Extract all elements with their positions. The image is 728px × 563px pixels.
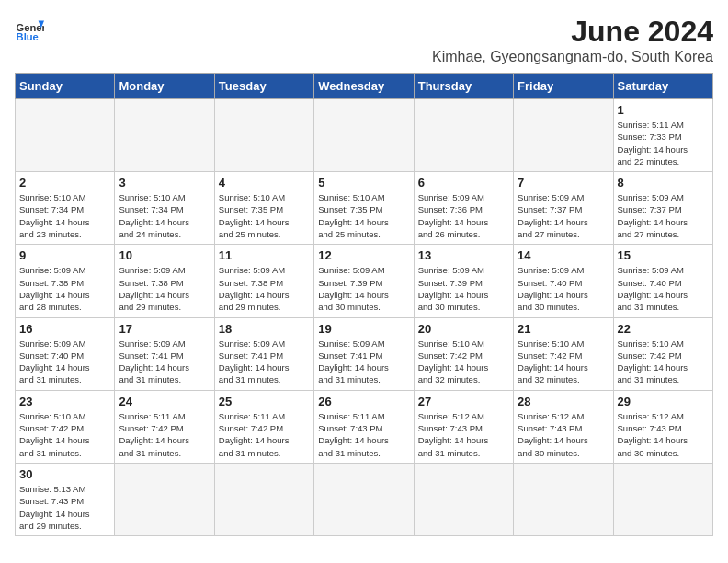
day-info: Sunrise: 5:09 AM Sunset: 7:36 PM Dayligh… [418,191,509,240]
day-header-wednesday: Wednesday [314,74,414,99]
day-info: Sunrise: 5:13 AM Sunset: 7:43 PM Dayligh… [19,483,110,532]
day-info: Sunrise: 5:10 AM Sunset: 7:35 PM Dayligh… [219,191,310,240]
calendar-cell [214,463,313,535]
calendar-cell: 30Sunrise: 5:13 AM Sunset: 7:43 PM Dayli… [16,463,115,535]
calendar-week-1: 2Sunrise: 5:10 AM Sunset: 7:34 PM Daylig… [16,172,713,245]
day-header-friday: Friday [514,74,613,99]
day-number: 22 [618,322,709,336]
title-area: June 2024 Kimhae, Gyeongsangnam-do, Sout… [432,15,713,65]
day-info: Sunrise: 5:12 AM Sunset: 7:43 PM Dayligh… [518,410,609,459]
day-info: Sunrise: 5:10 AM Sunset: 7:42 PM Dayligh… [618,338,709,386]
calendar-cell [214,99,313,172]
day-info: Sunrise: 5:10 AM Sunset: 7:35 PM Dayligh… [318,191,409,240]
day-number: 5 [318,176,409,190]
day-number: 27 [418,395,509,408]
calendar-cell [414,99,513,172]
calendar-cell: 19Sunrise: 5:09 AM Sunset: 7:41 PM Dayli… [314,317,414,390]
day-info: Sunrise: 5:09 AM Sunset: 7:41 PM Dayligh… [318,338,409,386]
calendar-cell: 14Sunrise: 5:09 AM Sunset: 7:40 PM Dayli… [514,245,613,317]
day-number: 19 [318,322,409,336]
day-number: 13 [418,248,509,262]
calendar-cell [16,99,115,172]
day-number: 18 [219,322,310,336]
day-info: Sunrise: 5:09 AM Sunset: 7:37 PM Dayligh… [518,191,609,240]
day-number: 8 [618,176,709,190]
day-number: 11 [219,248,310,262]
day-header-thursday: Thursday [414,74,513,99]
day-info: Sunrise: 5:12 AM Sunset: 7:43 PM Dayligh… [618,410,709,459]
calendar-cell [115,463,214,535]
calendar-cell: 23Sunrise: 5:10 AM Sunset: 7:42 PM Dayli… [16,390,115,463]
day-info: Sunrise: 5:09 AM Sunset: 7:40 PM Dayligh… [618,264,709,313]
calendar-cell: 24Sunrise: 5:11 AM Sunset: 7:42 PM Dayli… [115,390,214,463]
calendar-cell [314,99,414,172]
day-info: Sunrise: 5:10 AM Sunset: 7:42 PM Dayligh… [518,338,609,386]
calendar-cell: 7Sunrise: 5:09 AM Sunset: 7:37 PM Daylig… [514,172,613,245]
day-info: Sunrise: 5:09 AM Sunset: 7:40 PM Dayligh… [518,264,609,313]
calendar-cell: 25Sunrise: 5:11 AM Sunset: 7:42 PM Dayli… [214,390,313,463]
day-info: Sunrise: 5:09 AM Sunset: 7:38 PM Dayligh… [19,264,110,313]
day-info: Sunrise: 5:09 AM Sunset: 7:40 PM Dayligh… [19,338,110,386]
calendar-title: June 2024 [432,15,713,49]
calendar-week-0: 1Sunrise: 5:11 AM Sunset: 7:33 PM Daylig… [16,99,713,172]
day-header-tuesday: Tuesday [214,74,313,99]
day-number: 7 [518,176,609,190]
day-info: Sunrise: 5:10 AM Sunset: 7:34 PM Dayligh… [119,191,210,240]
calendar-cell: 13Sunrise: 5:09 AM Sunset: 7:39 PM Dayli… [414,245,513,317]
day-number: 29 [618,395,709,408]
day-number: 28 [518,395,609,408]
day-info: Sunrise: 5:09 AM Sunset: 7:38 PM Dayligh… [219,264,310,313]
calendar-week-4: 23Sunrise: 5:10 AM Sunset: 7:42 PM Dayli… [16,390,713,463]
calendar-cell: 9Sunrise: 5:09 AM Sunset: 7:38 PM Daylig… [16,245,115,317]
calendar-cell: 18Sunrise: 5:09 AM Sunset: 7:41 PM Dayli… [214,317,313,390]
day-info: Sunrise: 5:09 AM Sunset: 7:39 PM Dayligh… [418,264,509,313]
day-info: Sunrise: 5:11 AM Sunset: 7:33 PM Dayligh… [618,119,709,167]
day-info: Sunrise: 5:09 AM Sunset: 7:37 PM Dayligh… [618,191,709,240]
calendar-week-5: 30Sunrise: 5:13 AM Sunset: 7:43 PM Dayli… [16,463,713,535]
calendar-cell: 1Sunrise: 5:11 AM Sunset: 7:33 PM Daylig… [613,99,712,172]
calendar-cell: 10Sunrise: 5:09 AM Sunset: 7:38 PM Dayli… [115,245,214,317]
day-number: 21 [518,322,609,336]
day-number: 10 [119,248,210,262]
calendar-cell [514,99,613,172]
calendar-subtitle: Kimhae, Gyeongsangnam-do, South Korea [432,49,713,65]
calendar-cell: 3Sunrise: 5:10 AM Sunset: 7:34 PM Daylig… [115,172,214,245]
calendar-cell: 22Sunrise: 5:10 AM Sunset: 7:42 PM Dayli… [613,317,712,390]
calendar-cell: 26Sunrise: 5:11 AM Sunset: 7:43 PM Dayli… [314,390,414,463]
day-number: 12 [318,248,409,262]
calendar-cell: 8Sunrise: 5:09 AM Sunset: 7:37 PM Daylig… [613,172,712,245]
calendar-cell: 5Sunrise: 5:10 AM Sunset: 7:35 PM Daylig… [314,172,414,245]
day-info: Sunrise: 5:12 AM Sunset: 7:43 PM Dayligh… [418,410,509,459]
day-info: Sunrise: 5:10 AM Sunset: 7:42 PM Dayligh… [418,338,509,386]
calendar-cell: 16Sunrise: 5:09 AM Sunset: 7:40 PM Dayli… [16,317,115,390]
calendar-cell: 28Sunrise: 5:12 AM Sunset: 7:43 PM Dayli… [514,390,613,463]
day-header-monday: Monday [115,74,214,99]
calendar-cell: 15Sunrise: 5:09 AM Sunset: 7:40 PM Dayli… [613,245,712,317]
day-number: 30 [19,467,110,481]
calendar-cell: 27Sunrise: 5:12 AM Sunset: 7:43 PM Dayli… [414,390,513,463]
day-number: 14 [518,248,609,262]
day-info: Sunrise: 5:11 AM Sunset: 7:42 PM Dayligh… [119,410,210,459]
calendar-table: SundayMondayTuesdayWednesdayThursdayFrid… [15,73,713,536]
calendar-cell: 20Sunrise: 5:10 AM Sunset: 7:42 PM Dayli… [414,317,513,390]
day-number: 25 [219,395,310,408]
day-info: Sunrise: 5:11 AM Sunset: 7:42 PM Dayligh… [219,410,310,459]
logo-icon: General Blue [15,15,44,44]
day-info: Sunrise: 5:11 AM Sunset: 7:43 PM Dayligh… [318,410,409,459]
day-number: 20 [418,322,509,336]
day-number: 17 [119,322,210,336]
calendar-cell [115,99,214,172]
day-number: 2 [19,176,110,190]
day-number: 24 [119,395,210,408]
day-number: 26 [318,395,409,408]
day-info: Sunrise: 5:10 AM Sunset: 7:34 PM Dayligh… [19,191,110,240]
calendar-cell: 4Sunrise: 5:10 AM Sunset: 7:35 PM Daylig… [214,172,313,245]
day-header-sunday: Sunday [16,74,115,99]
calendar-cell [414,463,513,535]
day-number: 3 [119,176,210,190]
svg-text:Blue: Blue [17,31,39,42]
day-number: 23 [19,395,110,408]
calendar-cell: 29Sunrise: 5:12 AM Sunset: 7:43 PM Dayli… [613,390,712,463]
calendar-cell: 17Sunrise: 5:09 AM Sunset: 7:41 PM Dayli… [115,317,214,390]
day-info: Sunrise: 5:09 AM Sunset: 7:41 PM Dayligh… [219,338,310,386]
